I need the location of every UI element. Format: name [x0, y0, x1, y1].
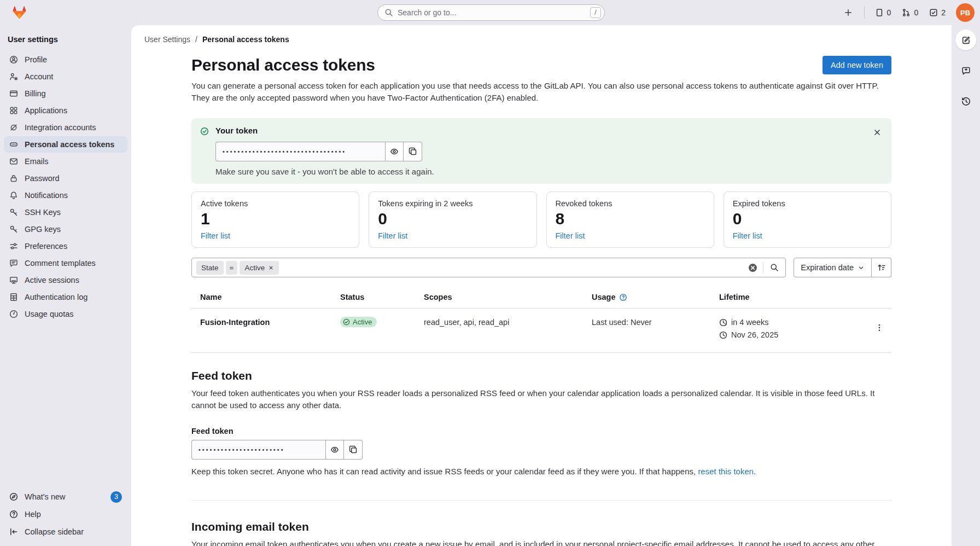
- account-icon: [9, 72, 18, 81]
- filter-chip-value[interactable]: Active: [240, 261, 279, 275]
- tokens-table: Name Status Scopes Usage Lifetime Fusion…: [191, 286, 891, 353]
- stat-card-expired: Expired tokens 0 Filter list: [724, 191, 891, 248]
- divider: [763, 262, 763, 273]
- sidebar-item-ssh-keys[interactable]: SSH Keys: [4, 204, 127, 220]
- main-panel: User Settings / Personal access tokens P…: [131, 25, 952, 546]
- check-circle-icon: [200, 127, 209, 136]
- feed-token-label: Feed token: [191, 427, 891, 435]
- token-usage: Last used: Never: [592, 318, 719, 327]
- alert-note: Make sure you save it - you won't be abl…: [215, 167, 434, 176]
- add-new-token-button[interactable]: Add new token: [822, 56, 891, 74]
- filter-list-link[interactable]: Filter list: [378, 231, 407, 240]
- sidebar-item-integration-accounts[interactable]: Integration accounts: [4, 119, 127, 136]
- sidebar-item-emails[interactable]: Emails: [4, 153, 127, 170]
- table-header: Name Status Scopes Usage Lifetime: [191, 286, 891, 309]
- merge-requests-button[interactable]: 0: [899, 6, 921, 19]
- issues-count: 0: [887, 8, 891, 17]
- filter-bar: State = Active Expiration date: [191, 258, 891, 277]
- collapse-sidebar-button[interactable]: Collapse sidebar: [4, 523, 127, 541]
- apply-search-button[interactable]: [768, 261, 781, 274]
- collapse-icon: [9, 527, 18, 536]
- stat-card-expiring: Tokens expiring in 2 weeks 0 Filter list: [369, 191, 536, 248]
- right-rail: [952, 25, 980, 546]
- incoming-email-token-heading: Incoming email token: [191, 520, 891, 533]
- grid-icon: [9, 106, 18, 115]
- clear-circle-icon: [748, 263, 757, 272]
- sidebar-item-comment-templates[interactable]: Comment templates: [4, 255, 127, 271]
- topbar-actions: 0 0 2 PB: [840, 3, 980, 22]
- sidebar-item-gpg-keys[interactable]: GPG keys: [4, 221, 127, 237]
- status-badge: Active: [340, 317, 377, 327]
- page-description: You can generate a personal access token…: [191, 80, 891, 104]
- create-new-button[interactable]: [840, 4, 856, 21]
- page-title: Personal access tokens: [191, 56, 375, 74]
- token-lifetime: in 4 weeks Nov 26, 2025: [719, 318, 865, 343]
- sidebar-item-profile[interactable]: Profile: [4, 51, 127, 68]
- copy-feed-token-button[interactable]: [344, 440, 363, 460]
- sidebar-item-notifications[interactable]: Notifications: [4, 187, 127, 204]
- sidebar-item-billing[interactable]: Billing: [4, 85, 127, 102]
- lock-icon: [9, 174, 18, 183]
- pencil-square-icon: [961, 36, 971, 45]
- feed-token-section: Feed token Your feed token authenticates…: [191, 369, 891, 476]
- filter-list-link[interactable]: Filter list: [201, 231, 230, 240]
- sidebar-item-account[interactable]: Account: [4, 68, 127, 85]
- whats-new-badge: 3: [110, 491, 122, 503]
- reveal-feed-token-button[interactable]: [325, 440, 344, 460]
- search-shortcut-key: /: [590, 7, 601, 18]
- search-input[interactable]: [398, 8, 586, 17]
- feed-token-field[interactable]: •••••••••••••••••••••••: [191, 440, 325, 460]
- filter-chip-operator[interactable]: =: [226, 261, 238, 275]
- help-button[interactable]: Help: [4, 506, 127, 523]
- global-search[interactable]: /: [377, 4, 605, 21]
- reset-feed-token-link[interactable]: reset this token: [698, 467, 754, 476]
- dismiss-alert-button[interactable]: [870, 125, 885, 140]
- settings-sidebar: User settings Profile Account Billing Ap…: [0, 25, 131, 546]
- monitor-icon: [9, 276, 18, 284]
- eye-icon: [330, 445, 339, 454]
- issues-button[interactable]: 0: [872, 6, 894, 19]
- sidebar-item-usage-quotas[interactable]: Usage quotas: [4, 306, 127, 322]
- gitlab-logo[interactable]: [12, 5, 27, 20]
- breadcrumb-user-settings[interactable]: User Settings: [144, 35, 190, 44]
- sidebar-item-authentication-log[interactable]: Authentication log: [4, 289, 127, 305]
- edit-button[interactable]: [955, 30, 976, 50]
- avatar[interactable]: PB: [956, 3, 975, 22]
- credit-card-icon: [9, 89, 18, 98]
- reveal-token-button[interactable]: [385, 142, 404, 161]
- search-icon: [384, 8, 393, 17]
- history-icon: [961, 97, 971, 106]
- sidebar-item-personal-access-tokens[interactable]: Personal access tokens: [4, 136, 127, 153]
- table-row: Fusion-Integration Active read_user, api…: [191, 309, 891, 353]
- new-token-field[interactable]: •••••••••••••••••••••••••••••••••: [215, 142, 385, 161]
- filter-list-link[interactable]: Filter list: [556, 231, 585, 240]
- usage-help-icon[interactable]: [619, 293, 627, 301]
- sort-direction-button[interactable]: [872, 258, 891, 277]
- incoming-email-token-section: Incoming email token Your incoming email…: [191, 520, 891, 546]
- expiry-clock-icon: [719, 318, 727, 327]
- token-name: Fusion-Integration: [200, 318, 340, 327]
- plus-icon: [844, 8, 853, 17]
- whats-new-button[interactable]: What's new 3: [4, 488, 127, 506]
- history-button[interactable]: [955, 91, 976, 112]
- filtered-search-input[interactable]: State = Active: [191, 258, 786, 277]
- token-stats: Active tokens 1 Filter list Tokens expir…: [191, 191, 891, 248]
- sort-field-dropdown[interactable]: Expiration date: [794, 258, 872, 277]
- sidebar-item-active-sessions[interactable]: Active sessions: [4, 272, 127, 288]
- integration-icon: [9, 123, 18, 132]
- todos-button[interactable]: 2: [926, 6, 948, 19]
- filter-chip-key[interactable]: State: [196, 261, 224, 275]
- copy-token-button[interactable]: [404, 142, 422, 161]
- filter-list-link[interactable]: Filter list: [733, 231, 762, 240]
- sidebar-item-applications[interactable]: Applications: [4, 102, 127, 119]
- add-comment-button[interactable]: [955, 60, 976, 81]
- row-actions-menu-button[interactable]: [871, 319, 888, 336]
- key-icon: [9, 225, 18, 234]
- sidebar-item-password[interactable]: Password: [4, 170, 127, 187]
- clear-search-button[interactable]: [747, 262, 759, 274]
- feed-token-description: Your feed token authenticates you when y…: [191, 387, 891, 411]
- sidebar-item-preferences[interactable]: Preferences: [4, 238, 127, 254]
- envelope-icon: [9, 157, 18, 166]
- key-icon: [9, 208, 18, 217]
- remove-filter-icon[interactable]: [268, 265, 274, 271]
